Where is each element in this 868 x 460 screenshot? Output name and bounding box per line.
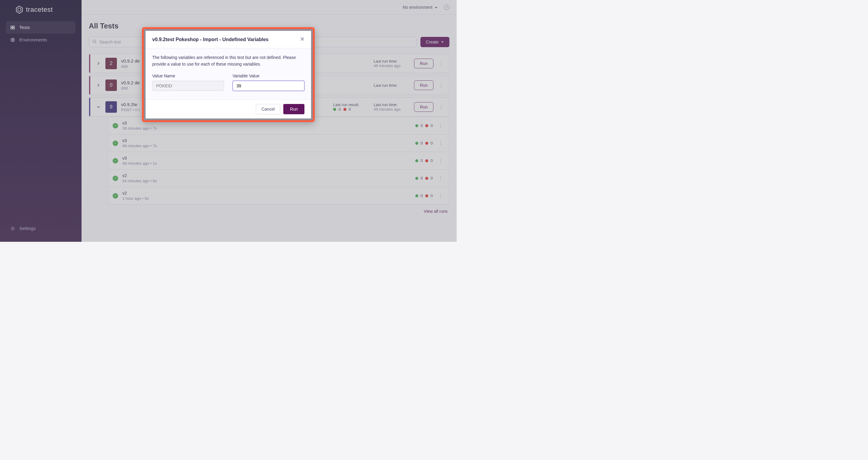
- modal-description: The following variables are referenced i…: [152, 54, 304, 67]
- value-name-label: Value Name: [152, 74, 224, 78]
- cancel-button[interactable]: Cancel: [256, 104, 281, 114]
- variable-value-label: Variable Value: [232, 74, 304, 78]
- modal-close-button[interactable]: [300, 36, 304, 42]
- modal-run-button[interactable]: Run: [283, 104, 304, 114]
- variable-value-input[interactable]: [232, 81, 304, 91]
- modal-title: v0.9.2test Pokeshop - Import - Undefined…: [152, 37, 269, 42]
- close-icon: [300, 37, 304, 41]
- value-name-input: [152, 81, 224, 91]
- modal-overlay: v0.9.2test Pokeshop - Import - Undefined…: [0, 0, 457, 242]
- undefined-variables-modal: v0.9.2test Pokeshop - Import - Undefined…: [144, 29, 313, 120]
